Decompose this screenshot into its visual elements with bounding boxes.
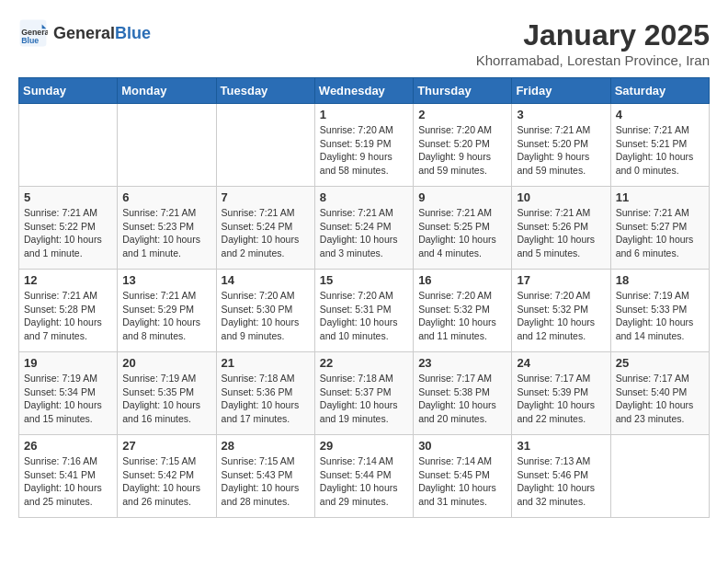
day-number: 24: [517, 356, 605, 370]
logo: General Blue GeneralBlue: [18, 18, 151, 48]
day-info: Sunrise: 7:20 AM Sunset: 5:20 PM Dayligh…: [418, 123, 506, 178]
day-number: 2: [418, 108, 506, 121]
calendar-cell: 28Sunrise: 7:15 AM Sunset: 5:43 PM Dayli…: [216, 435, 314, 518]
header-saturday: Saturday: [610, 78, 709, 104]
calendar-cell: 26Sunrise: 7:16 AM Sunset: 5:41 PM Dayli…: [19, 435, 118, 518]
day-info: Sunrise: 7:18 AM Sunset: 5:36 PM Dayligh…: [222, 372, 310, 426]
day-number: 12: [24, 273, 112, 287]
day-info: Sunrise: 7:17 AM Sunset: 5:38 PM Dayligh…: [418, 372, 506, 426]
day-number: 19: [24, 356, 112, 370]
day-info: Sunrise: 7:15 AM Sunset: 5:43 PM Dayligh…: [222, 454, 310, 509]
day-number: 3: [517, 108, 605, 121]
subtitle: Khorramabad, Lorestan Province, Iran: [476, 52, 710, 68]
day-number: 27: [122, 439, 210, 453]
day-info: Sunrise: 7:18 AM Sunset: 5:37 PM Dayligh…: [320, 372, 408, 426]
logo-general: General: [53, 24, 115, 42]
day-info: Sunrise: 7:20 AM Sunset: 5:32 PM Dayligh…: [517, 289, 605, 343]
calendar-cell: 3Sunrise: 7:21 AM Sunset: 5:20 PM Daylig…: [512, 104, 610, 187]
day-number: 16: [418, 273, 506, 287]
week-row-4: 19Sunrise: 7:19 AM Sunset: 5:34 PM Dayli…: [19, 352, 710, 435]
calendar-cell: 15Sunrise: 7:20 AM Sunset: 5:31 PM Dayli…: [314, 270, 413, 352]
day-info: Sunrise: 7:19 AM Sunset: 5:34 PM Dayligh…: [24, 372, 112, 426]
calendar-cell: 8Sunrise: 7:21 AM Sunset: 5:24 PM Daylig…: [314, 187, 413, 270]
day-number: 6: [122, 190, 210, 204]
calendar-cell: 6Sunrise: 7:21 AM Sunset: 5:23 PM Daylig…: [118, 187, 216, 270]
title-block: January 2025 Khorramabad, Lorestan Provi…: [476, 18, 710, 68]
day-info: Sunrise: 7:20 AM Sunset: 5:31 PM Dayligh…: [320, 289, 408, 343]
calendar-cell: 21Sunrise: 7:18 AM Sunset: 5:36 PM Dayli…: [216, 352, 314, 435]
logo-blue: Blue: [115, 24, 151, 42]
day-info: Sunrise: 7:20 AM Sunset: 5:30 PM Dayligh…: [222, 289, 310, 343]
day-number: 20: [122, 356, 210, 370]
header-wednesday: Wednesday: [314, 78, 413, 104]
calendar-cell: 2Sunrise: 7:20 AM Sunset: 5:20 PM Daylig…: [414, 104, 512, 187]
day-number: 23: [418, 356, 506, 370]
calendar-cell: 10Sunrise: 7:21 AM Sunset: 5:26 PM Dayli…: [512, 187, 610, 270]
week-row-3: 12Sunrise: 7:21 AM Sunset: 5:28 PM Dayli…: [19, 270, 710, 352]
day-info: Sunrise: 7:13 AM Sunset: 5:46 PM Dayligh…: [517, 454, 605, 509]
day-info: Sunrise: 7:15 AM Sunset: 5:42 PM Dayligh…: [122, 454, 210, 509]
calendar-cell: 17Sunrise: 7:20 AM Sunset: 5:32 PM Dayli…: [512, 270, 610, 352]
svg-text:Blue: Blue: [21, 36, 39, 45]
logo-icon: General Blue: [18, 18, 48, 48]
day-number: 5: [24, 190, 112, 204]
calendar-cell: 9Sunrise: 7:21 AM Sunset: 5:25 PM Daylig…: [414, 187, 512, 270]
day-info: Sunrise: 7:21 AM Sunset: 5:20 PM Dayligh…: [517, 123, 605, 178]
day-number: 22: [320, 356, 408, 370]
calendar-cell: 19Sunrise: 7:19 AM Sunset: 5:34 PM Dayli…: [19, 352, 118, 435]
calendar-cell: 30Sunrise: 7:14 AM Sunset: 5:45 PM Dayli…: [414, 435, 512, 518]
calendar-cell: 27Sunrise: 7:15 AM Sunset: 5:42 PM Dayli…: [118, 435, 216, 518]
day-info: Sunrise: 7:21 AM Sunset: 5:27 PM Dayligh…: [616, 206, 704, 260]
day-number: 7: [222, 190, 310, 204]
day-number: 29: [320, 439, 408, 453]
day-number: 30: [418, 439, 506, 453]
header-friday: Friday: [512, 78, 610, 104]
week-row-2: 5Sunrise: 7:21 AM Sunset: 5:22 PM Daylig…: [19, 187, 710, 270]
day-info: Sunrise: 7:14 AM Sunset: 5:45 PM Dayligh…: [418, 454, 506, 509]
day-number: 25: [616, 356, 704, 370]
calendar-table: SundayMondayTuesdayWednesdayThursdayFrid…: [18, 77, 710, 518]
main-title: January 2025: [476, 18, 710, 52]
day-info: Sunrise: 7:20 AM Sunset: 5:19 PM Dayligh…: [320, 123, 408, 178]
calendar-cell: 31Sunrise: 7:13 AM Sunset: 5:46 PM Dayli…: [512, 435, 610, 518]
day-number: 13: [122, 273, 210, 287]
day-info: Sunrise: 7:16 AM Sunset: 5:41 PM Dayligh…: [24, 454, 112, 509]
page-header: General Blue GeneralBlue January 2025 Kh…: [18, 18, 710, 68]
day-number: 8: [320, 190, 408, 204]
calendar-cell: 16Sunrise: 7:20 AM Sunset: 5:32 PM Dayli…: [414, 270, 512, 352]
calendar-cell: 1Sunrise: 7:20 AM Sunset: 5:19 PM Daylig…: [314, 104, 413, 187]
day-number: 21: [222, 356, 310, 370]
calendar-cell: 12Sunrise: 7:21 AM Sunset: 5:28 PM Dayli…: [19, 270, 118, 352]
header-row: SundayMondayTuesdayWednesdayThursdayFrid…: [19, 78, 710, 104]
day-info: Sunrise: 7:17 AM Sunset: 5:39 PM Dayligh…: [517, 372, 605, 426]
calendar-cell: 29Sunrise: 7:14 AM Sunset: 5:44 PM Dayli…: [314, 435, 413, 518]
calendar-cell: 18Sunrise: 7:19 AM Sunset: 5:33 PM Dayli…: [610, 270, 709, 352]
day-number: 11: [616, 190, 704, 204]
day-number: 18: [616, 273, 704, 287]
calendar-cell: 25Sunrise: 7:17 AM Sunset: 5:40 PM Dayli…: [610, 352, 709, 435]
calendar-cell: 7Sunrise: 7:21 AM Sunset: 5:24 PM Daylig…: [216, 187, 314, 270]
week-row-1: 1Sunrise: 7:20 AM Sunset: 5:19 PM Daylig…: [19, 104, 710, 187]
day-number: 1: [320, 108, 408, 121]
calendar-cell: [19, 104, 118, 187]
calendar-cell: [216, 104, 314, 187]
day-number: 4: [616, 108, 704, 121]
day-number: 28: [222, 439, 310, 453]
calendar-cell: 4Sunrise: 7:21 AM Sunset: 5:21 PM Daylig…: [610, 104, 709, 187]
day-number: 9: [418, 190, 506, 204]
day-info: Sunrise: 7:21 AM Sunset: 5:24 PM Dayligh…: [320, 206, 408, 260]
calendar-cell: 23Sunrise: 7:17 AM Sunset: 5:38 PM Dayli…: [414, 352, 512, 435]
day-number: 14: [222, 273, 310, 287]
header-monday: Monday: [118, 78, 216, 104]
day-info: Sunrise: 7:14 AM Sunset: 5:44 PM Dayligh…: [320, 454, 408, 509]
day-info: Sunrise: 7:20 AM Sunset: 5:32 PM Dayligh…: [418, 289, 506, 343]
header-thursday: Thursday: [414, 78, 512, 104]
day-info: Sunrise: 7:21 AM Sunset: 5:24 PM Dayligh…: [222, 206, 310, 260]
header-sunday: Sunday: [19, 78, 118, 104]
day-info: Sunrise: 7:21 AM Sunset: 5:28 PM Dayligh…: [24, 289, 112, 343]
day-info: Sunrise: 7:21 AM Sunset: 5:22 PM Dayligh…: [24, 206, 112, 260]
week-row-5: 26Sunrise: 7:16 AM Sunset: 5:41 PM Dayli…: [19, 435, 710, 518]
day-number: 17: [517, 273, 605, 287]
day-info: Sunrise: 7:21 AM Sunset: 5:21 PM Dayligh…: [616, 123, 704, 178]
calendar-cell: 24Sunrise: 7:17 AM Sunset: 5:39 PM Dayli…: [512, 352, 610, 435]
